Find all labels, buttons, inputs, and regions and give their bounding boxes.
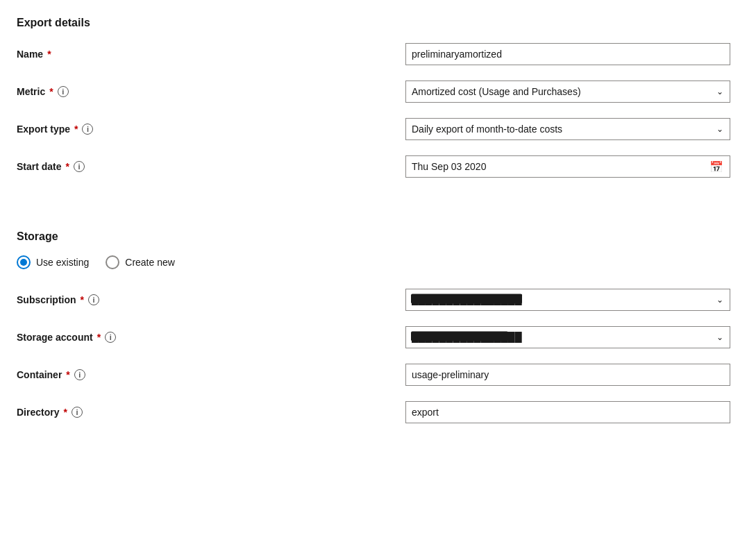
create-new-radio[interactable] (106, 255, 119, 269)
start-date-required-star: * (66, 161, 69, 172)
create-new-option[interactable]: Create new (106, 255, 175, 269)
metric-select[interactable]: Amortized cost (Usage and Purchases) Act… (405, 80, 730, 103)
export-type-label: Export type * i (17, 124, 405, 135)
name-input[interactable] (405, 43, 730, 65)
metric-info-icon[interactable]: i (58, 86, 69, 97)
storage-account-row: Storage account * i ████████████████ ⌄ (17, 326, 739, 348)
start-date-info-icon[interactable]: i (74, 161, 85, 172)
storage-title: Storage (17, 230, 739, 243)
start-date-control: 📅 (405, 155, 730, 178)
name-label-text: Name (17, 49, 43, 60)
container-row: Container * i (17, 364, 739, 386)
storage-account-info-icon[interactable]: i (105, 332, 116, 343)
use-existing-label: Use existing (36, 257, 89, 268)
storage-radio-group: Use existing Create new (17, 255, 739, 269)
container-label: Container * i (17, 369, 405, 380)
storage-account-label-text: Storage account (17, 332, 93, 343)
subscription-select-wrapper: ████████████████ ⌄ (405, 289, 730, 311)
export-type-row: Export type * i Daily export of month-to… (17, 118, 739, 140)
subscription-select[interactable]: ████████████████ (405, 289, 730, 311)
use-existing-radio[interactable] (17, 255, 31, 269)
export-type-info-icon[interactable]: i (82, 124, 93, 135)
subscription-info-icon[interactable]: i (88, 294, 99, 305)
directory-label-text: Directory (17, 407, 59, 418)
container-control (405, 364, 730, 386)
start-date-input[interactable] (405, 155, 730, 178)
storage-account-select[interactable]: ████████████████ (405, 326, 730, 348)
name-label: Name * (17, 49, 405, 60)
directory-label: Directory * i (17, 407, 405, 418)
metric-label-text: Metric (17, 86, 45, 97)
subscription-row: Subscription * i ████████████████ ⌄ (17, 289, 739, 311)
name-control (405, 43, 730, 65)
directory-input[interactable] (405, 401, 730, 423)
subscription-required-star: * (81, 294, 84, 305)
directory-control (405, 401, 730, 423)
metric-label: Metric * i (17, 86, 405, 97)
metric-row: Metric * i Amortized cost (Usage and Pur… (17, 80, 739, 103)
calendar-icon[interactable]: 📅 (709, 160, 723, 173)
storage-account-label: Storage account * i (17, 332, 405, 343)
name-row: Name * (17, 43, 739, 65)
metric-control: Amortized cost (Usage and Purchases) Act… (405, 80, 730, 103)
container-input[interactable] (405, 364, 730, 386)
storage-account-control: ████████████████ ⌄ (405, 326, 730, 348)
section-divider (17, 193, 739, 210)
container-required-star: * (66, 369, 69, 380)
date-input-wrapper: 📅 (405, 155, 730, 178)
storage-account-select-wrapper: ████████████████ ⌄ (405, 326, 730, 348)
use-existing-option[interactable]: Use existing (17, 255, 89, 269)
export-type-select[interactable]: Daily export of month-to-date costs Mont… (405, 118, 730, 140)
directory-row: Directory * i (17, 401, 739, 423)
export-details-section: Export details Name * Metric * i Amortiz… (17, 17, 739, 178)
metric-select-wrapper: Amortized cost (Usage and Purchases) Act… (405, 80, 730, 103)
start-date-label: Start date * i (17, 161, 405, 172)
container-label-text: Container (17, 369, 62, 380)
subscription-control: ████████████████ ⌄ (405, 289, 730, 311)
export-details-title: Export details (17, 17, 739, 29)
container-info-icon[interactable]: i (74, 369, 85, 380)
name-required-star: * (47, 49, 51, 60)
export-type-select-wrapper: Daily export of month-to-date costs Mont… (405, 118, 730, 140)
storage-account-required-star: * (97, 332, 101, 343)
subscription-label: Subscription * i (17, 294, 405, 305)
start-date-row: Start date * i 📅 (17, 155, 739, 178)
directory-required-star: * (63, 407, 67, 418)
create-new-label: Create new (125, 257, 175, 268)
export-type-control: Daily export of month-to-date costs Mont… (405, 118, 730, 140)
start-date-label-text: Start date (17, 161, 62, 172)
export-type-required-star: * (74, 124, 78, 135)
subscription-label-text: Subscription (17, 294, 76, 305)
storage-section: Storage Use existing Create new Subscrip… (17, 230, 739, 423)
metric-required-star: * (49, 86, 53, 97)
directory-info-icon[interactable]: i (72, 407, 83, 418)
export-type-label-text: Export type (17, 124, 70, 135)
